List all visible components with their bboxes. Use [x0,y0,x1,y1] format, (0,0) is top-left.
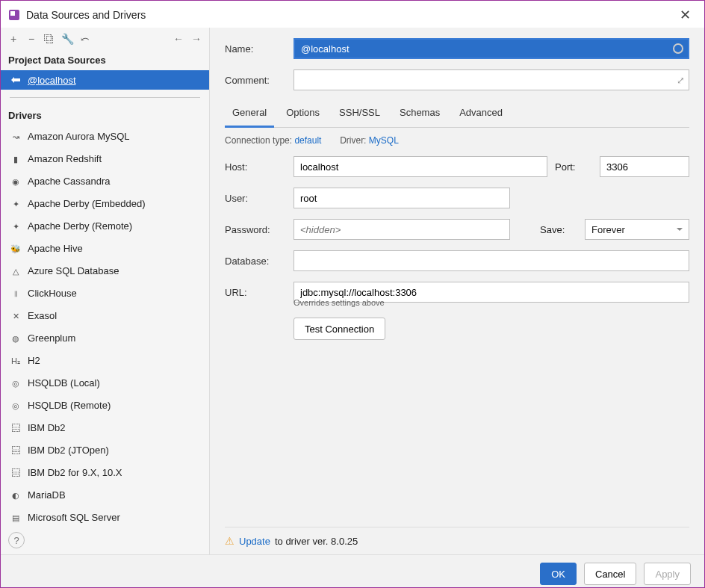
comment-input[interactable] [294,69,689,90]
url-label: URL: [225,287,286,298]
driver-item[interactable]: ◍Greenplum [1,327,209,350]
host-label: Host: [225,161,286,173]
driver-item[interactable]: ↝Amazon Aurora MySQL [1,126,209,148]
driver-item[interactable]: ▤Microsoft SQL Server [1,507,209,526]
driver-label: IBM Db2 [28,420,66,436]
close-icon[interactable]: ✕ [675,7,695,23]
driver-item[interactable]: H₂H2 [1,350,209,372]
driver-item[interactable]: ✦Apache Derby (Embedded) [1,193,209,215]
url-hint: Overrides settings above [294,298,689,307]
save-label: Save: [540,224,577,235]
data-sources-list: @localhost [1,70,209,90]
driver-icon: ✕ [10,310,22,322]
driver-link[interactable]: MySQL [369,135,399,146]
tab-general[interactable]: General [225,101,274,128]
driver-icon: ▮ [10,153,22,165]
divider [10,97,200,98]
name-input[interactable] [294,38,689,59]
content-panel: Name: Comment: ⤢ GeneralOptionsSSH/SSLSc… [210,28,704,554]
driver-item[interactable]: ⿳IBM Db2 for 9.X, 10.X [1,462,209,484]
driver-label: Driver: [340,135,366,146]
apply-button[interactable]: Apply [644,563,691,585]
svg-rect-1 [10,11,15,16]
database-input[interactable] [294,250,689,271]
data-source-item[interactable]: @localhost [1,70,209,90]
drivers-list[interactable]: ↝Amazon Aurora MySQL▮Amazon Redshift◉Apa… [1,126,209,526]
driver-item[interactable]: ▮Amazon Redshift [1,148,209,170]
password-input[interactable] [294,219,510,240]
driver-label: Apache Derby (Embedded) [28,196,146,212]
driver-label: Apache Cassandra [28,173,111,190]
driver-icon: 🐝 [10,243,22,255]
test-connection-button[interactable]: Test Connection [294,318,385,340]
driver-icon: ⿳ [10,467,22,479]
user-label: User: [225,193,286,204]
driver-label: Apache Derby (Remote) [28,218,132,235]
driver-item[interactable]: ◎HSQLDB (Remote) [1,394,209,417]
help-button[interactable]: ? [8,532,25,548]
settings-icon[interactable]: 🔧 [60,32,74,46]
add-button[interactable]: + [7,32,20,46]
driver-icon: ⦀ [10,288,22,300]
connection-type-label: Connection type: [225,135,292,146]
tab-advanced[interactable]: Advanced [452,101,510,127]
port-input[interactable] [600,156,689,177]
app-icon [8,9,20,21]
update-bar: ⚠ Update to driver ver. 8.0.25 [225,527,689,554]
connection-type-row: Connection type: default Driver: MySQL [225,135,689,146]
driver-icon: ◎ [10,377,22,389]
driver-label: Amazon Redshift [28,151,102,167]
port-label: Port: [555,161,592,173]
driver-item[interactable]: ⿳IBM Db2 [1,417,209,439]
user-input[interactable] [294,188,510,208]
name-label: Name: [225,43,286,55]
driver-item[interactable]: ◐MariaDB [1,484,209,507]
copy-button[interactable]: ⿻ [43,32,56,46]
driver-item[interactable]: ⿳IBM Db2 (JTOpen) [1,439,209,462]
driver-icon: △ [10,265,22,277]
driver-item[interactable]: ⦀ClickHouse [1,282,209,305]
dialog-button-bar: OK Cancel Apply [1,554,704,588]
update-link[interactable]: Update [239,536,270,547]
driver-item[interactable]: ✕Exasol [1,305,209,327]
host-input[interactable] [294,156,547,177]
tabs-bar: GeneralOptionsSSH/SSLSchemasAdvanced [225,101,689,128]
driver-icon: ✦ [10,198,22,210]
driver-item[interactable]: ✦Apache Derby (Remote) [1,215,209,238]
ok-button[interactable]: OK [540,563,577,585]
driver-label: Apache Hive [28,241,83,257]
remove-button[interactable]: − [25,32,38,46]
driver-label: IBM Db2 (JTOpen) [28,442,109,459]
driver-icon: ↝ [10,131,22,143]
driver-label: HSQLDB (Local) [28,375,100,392]
sidebar: + − ⿻ 🔧 ⤺ ← → Project Data Sources @loca… [1,28,210,554]
update-text: to driver ver. 8.0.25 [275,536,358,547]
forward-button[interactable]: → [190,32,203,46]
project-data-sources-header: Project Data Sources [1,50,209,70]
database-label: Database: [225,256,286,267]
drivers-header: Drivers [1,105,209,126]
driver-label: ClickHouse [28,285,77,302]
driver-label: Exasol [28,308,57,324]
tab-ssh-ssl[interactable]: SSH/SSL [332,101,388,127]
driver-label: MariaDB [28,487,66,504]
titlebar: Data Sources and Drivers ✕ [1,1,704,28]
driver-item[interactable]: ◎HSQLDB (Local) [1,372,209,394]
connection-type-link[interactable]: default [294,135,321,146]
cancel-button[interactable]: Cancel [584,563,636,585]
reset-button[interactable]: ⤺ [78,32,92,46]
save-select[interactable]: Forever [585,219,689,240]
tab-schemas[interactable]: Schemas [392,101,447,127]
window-title: Data Sources and Drivers [26,9,675,21]
back-button[interactable]: ← [172,32,185,46]
driver-item[interactable]: △Azure SQL Database [1,260,209,282]
driver-icon: ⿳ [10,422,22,434]
driver-item[interactable]: 🐝Apache Hive [1,238,209,260]
comment-label: Comment: [225,75,286,86]
driver-label: Amazon Aurora MySQL [28,129,130,145]
data-source-label: @localhost [28,75,76,86]
driver-label: IBM Db2 for 9.X, 10.X [28,465,122,481]
driver-icon: ◍ [10,332,22,344]
driver-item[interactable]: ◉Apache Cassandra [1,170,209,193]
tab-options[interactable]: Options [279,101,327,127]
